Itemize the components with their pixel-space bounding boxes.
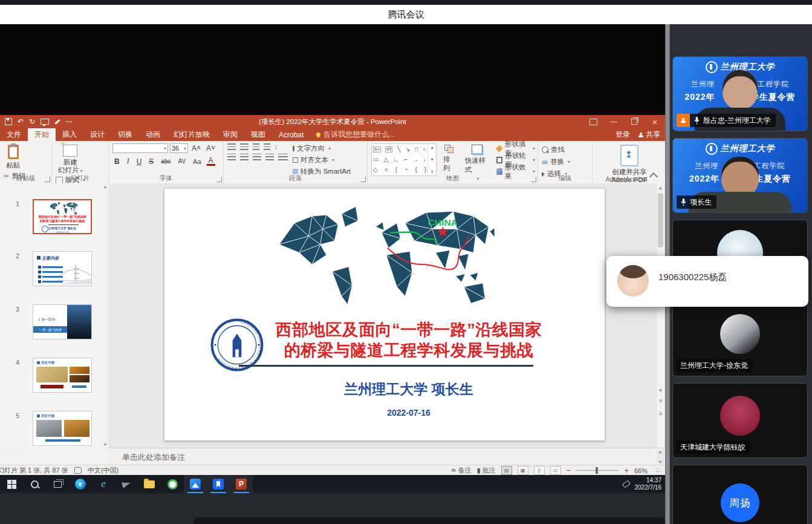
shape-rounded-rect-icon[interactable]: ▭ — [373, 157, 378, 163]
text-direction-button[interactable]: 文字方向▾ — [293, 143, 351, 154]
decrease-indent-icon[interactable] — [253, 143, 259, 150]
shrink-font-button[interactable]: A˅ — [204, 144, 217, 152]
font-dialog-launcher[interactable] — [216, 177, 222, 182]
ie-taskbar-button[interactable]: e — [92, 475, 115, 493]
thumb-scroll-up-icon[interactable]: ▲ — [103, 185, 108, 189]
thumbnail-scrollbar[interactable]: ▲ ▼ — [102, 183, 109, 448]
align-center-icon[interactable] — [240, 154, 248, 160]
character-spacing-button[interactable]: AV — [176, 158, 187, 165]
find-button[interactable]: 查找 — [542, 145, 590, 155]
tab-review[interactable]: 审阅 — [216, 128, 244, 141]
slide-sorter-view-button[interactable]: ▦ — [518, 466, 528, 475]
meeting-toolbar-edge[interactable] — [193, 517, 665, 524]
file-explorer-button[interactable] — [138, 475, 161, 493]
tab-transitions[interactable]: 切换 — [111, 128, 139, 141]
shape-rect-icon[interactable]: □ — [415, 146, 418, 152]
participant-tile[interactable]: 周扬 — [672, 465, 808, 524]
columns-icon[interactable] — [278, 154, 288, 160]
shape-arc-icon[interactable]: ( — [395, 167, 397, 173]
taskbar-search-button[interactable] — [23, 475, 46, 493]
shape-brace-right-icon[interactable]: } — [424, 167, 426, 173]
tray-link-icon[interactable] — [622, 480, 630, 488]
strikethrough-button[interactable]: S — [147, 157, 155, 166]
italic-button[interactable]: I — [125, 157, 131, 166]
clipboard-dialog-launcher[interactable] — [45, 177, 50, 182]
shape-down-arrow-icon[interactable]: ↓ — [423, 157, 426, 163]
slide-thumbnail-3[interactable]: 1 第一部分 “一带一路”与世界 — [33, 304, 92, 339]
zoom-level[interactable]: 66% — [634, 467, 648, 474]
participant-tile[interactable]: 天津城建大学陈钰皎 — [672, 383, 808, 458]
previous-slide-icon[interactable]: ⇈ — [657, 399, 664, 404]
tab-home[interactable]: 开始 — [28, 128, 56, 141]
slide-thumbnail-4[interactable]: 历史中国 — [33, 358, 92, 393]
align-left-icon[interactable] — [227, 154, 236, 160]
restore-button[interactable] — [624, 115, 645, 128]
close-button[interactable]: × — [645, 115, 665, 128]
shape-arrow-icon[interactable]: ↘ — [405, 146, 410, 152]
tab-acrobat[interactable]: Acrobat — [272, 128, 310, 141]
edge-taskbar-button[interactable]: e — [69, 475, 92, 493]
app-taskbar-button[interactable] — [115, 475, 138, 493]
notes-toggle[interactable]: ≐ 备注 — [451, 466, 472, 475]
scroll-up-icon[interactable]: ▲ — [657, 185, 664, 191]
font-name-combo[interactable]: ▾ — [112, 143, 168, 153]
notes-placeholder[interactable]: 单击此处添加备注 — [122, 452, 185, 463]
shape-oval-icon[interactable]: ○ — [423, 146, 426, 152]
sign-in-button[interactable]: 登录 — [615, 129, 630, 140]
shape-elbow-icon[interactable]: ∟ — [393, 157, 399, 163]
align-right-icon[interactable] — [253, 154, 261, 160]
slide-canvas[interactable]: 西部地区及面向“一带一路”沿线国家 的桥梁与隧道工程学科发展与挑战 兰州理工大学… — [164, 189, 605, 440]
zoom-slider-thumb[interactable] — [596, 467, 598, 474]
participant-tile[interactable]: 兰州理工大学-徐东觉 — [672, 301, 808, 376]
tencent-meeting-taskbar-button[interactable] — [184, 475, 207, 493]
next-slide-icon[interactable]: ⇊ — [657, 411, 664, 416]
reading-view-button[interactable]: ▯ — [534, 466, 545, 475]
share-button[interactable]: 共享 — [638, 129, 660, 140]
thumb-scroll-down-icon[interactable]: ▼ — [103, 442, 108, 447]
scrollbar-thumb[interactable] — [658, 193, 663, 247]
grow-font-button[interactable]: A˄ — [190, 144, 203, 152]
numbering-icon[interactable] — [240, 143, 248, 150]
fit-to-window-button[interactable]: ⛶ — [653, 467, 663, 474]
spellcheck-icon[interactable] — [74, 467, 82, 474]
slideshow-view-button[interactable]: ▭ — [550, 466, 561, 475]
notes-pane[interactable]: 单击此处添加备注 ▲▼ — [109, 448, 665, 465]
participant-tile[interactable]: 兰州理工大学 兰州理木工程学院 2022年学生夏令营 殷占忠-兰州理工大学 — [672, 56, 808, 131]
comments-toggle[interactable]: ▮ 批注 — [477, 466, 496, 475]
shape-right-arrow-icon[interactable]: → — [412, 157, 418, 163]
ribbon-display-options-button[interactable] — [583, 115, 603, 128]
slide-thumbnail-5[interactable]: 历史中国 — [33, 411, 92, 446]
paste-button[interactable]: 粘贴 — [4, 143, 22, 171]
zoom-in-button[interactable]: + — [624, 466, 629, 475]
font-color-button[interactable]: A — [207, 157, 215, 166]
bullets-icon[interactable] — [227, 143, 236, 150]
shape-freeform-icon[interactable]: ◇ — [373, 167, 378, 173]
line-spacing-icon[interactable]: ↕ — [274, 143, 278, 150]
taskbar-clock[interactable]: 14:37 2022/7/16 — [623, 477, 666, 492]
tab-file[interactable]: 文件 — [0, 128, 28, 141]
shape-curve-icon[interactable]: ~ — [404, 167, 408, 173]
tab-animations[interactable]: 动画 — [139, 128, 167, 141]
start-button[interactable] — [0, 475, 23, 493]
shape-textbox-icon[interactable]: A≡ — [373, 146, 381, 152]
justify-icon[interactable] — [265, 154, 274, 160]
replace-button[interactable]: ab替换▾ — [542, 157, 590, 167]
participant-tile[interactable]: 兰州理工大学 兰州理工程学院 2022年生夏令营 项长生 — [672, 138, 808, 213]
scroll-down-icon[interactable]: ▼ — [657, 388, 664, 393]
shape-textbox2-icon[interactable]: A¶ — [385, 146, 392, 152]
minimize-button[interactable]: — — [603, 115, 624, 128]
drawing-dialog-launcher[interactable] — [531, 177, 536, 182]
bold-button[interactable]: B — [112, 157, 122, 166]
shape-line-icon[interactable]: ╲ — [397, 146, 401, 152]
tab-view[interactable]: 视图 — [244, 128, 272, 141]
increase-indent-icon[interactable] — [264, 143, 270, 150]
slide-thumbnail-2[interactable]: 主要内容 — [33, 251, 92, 286]
powerpoint-taskbar-button[interactable]: P — [230, 475, 253, 493]
tab-design[interactable]: 设计 — [83, 128, 111, 141]
underline-button[interactable]: U — [135, 157, 144, 166]
shape-connector-icon[interactable]: ⌐ — [404, 157, 408, 163]
tab-insert[interactable]: 插入 — [56, 128, 83, 141]
font-size-combo[interactable]: 36▾ — [170, 143, 188, 153]
language-indicator[interactable]: 中文(中国) — [88, 466, 119, 475]
green-browser-button[interactable] — [161, 475, 184, 493]
